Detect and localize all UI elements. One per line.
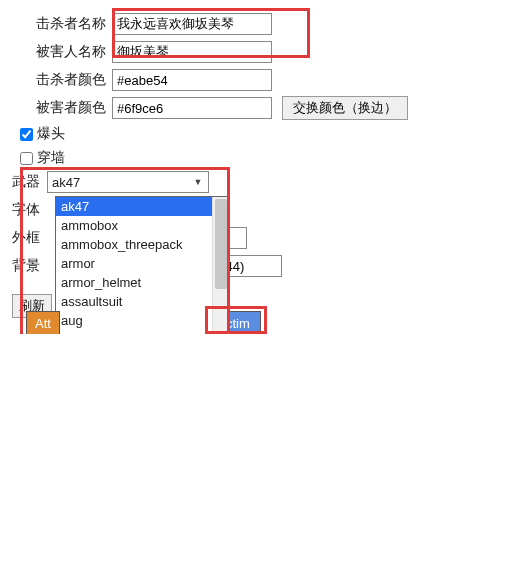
- font-label: 字体: [12, 201, 47, 219]
- weapon-dropdown-list: ak47ammoboxammobox_threepackarmorarmor_h…: [56, 197, 212, 334]
- weapon-select-value: ak47: [52, 175, 80, 190]
- victim-name-label: 被害人名称: [12, 43, 112, 61]
- attacker-color-input[interactable]: [112, 69, 272, 91]
- victim-color-label: 被害者颜色: [12, 99, 112, 117]
- weapon-option-ammobox[interactable]: ammobox: [56, 216, 212, 235]
- weapon-label: 武器: [12, 173, 47, 191]
- victim-name-input[interactable]: [112, 41, 272, 63]
- victim-color-input[interactable]: [112, 97, 272, 119]
- border-label: 外框: [12, 229, 47, 247]
- attacker-name-input[interactable]: [112, 13, 272, 35]
- headshot-label: 爆头: [37, 125, 65, 143]
- weapon-option-ammobox_threepack[interactable]: ammobox_threepack: [56, 235, 212, 254]
- weapon-select[interactable]: ak47 ▼: [47, 171, 209, 193]
- attacker-tag: Att: [26, 311, 60, 334]
- scrollbar[interactable]: [212, 197, 229, 334]
- headshot-checkbox[interactable]: [20, 128, 33, 141]
- swap-colors-button[interactable]: 交换颜色（换边）: [282, 96, 408, 120]
- attacker-name-label: 击杀者名称: [12, 15, 112, 33]
- chevron-down-icon: ▼: [189, 173, 207, 191]
- weapon-option-armor_helmet[interactable]: armor_helmet: [56, 273, 212, 292]
- weapon-option-awp[interactable]: awp: [56, 330, 212, 334]
- weapon-option-assaultsuit[interactable]: assaultsuit: [56, 292, 212, 311]
- weapon-option-aug[interactable]: aug: [56, 311, 212, 330]
- weapon-dropdown-panel[interactable]: ak47ammoboxammobox_threepackarmorarmor_h…: [55, 196, 230, 334]
- wallbang-checkbox[interactable]: [20, 152, 33, 165]
- attacker-color-label: 击杀者颜色: [12, 71, 112, 89]
- wallbang-label: 穿墙: [37, 149, 65, 167]
- scrollbar-thumb[interactable]: [215, 199, 227, 289]
- weapon-option-armor[interactable]: armor: [56, 254, 212, 273]
- bg-label: 背景: [12, 257, 47, 275]
- weapon-option-ak47[interactable]: ak47: [56, 197, 212, 216]
